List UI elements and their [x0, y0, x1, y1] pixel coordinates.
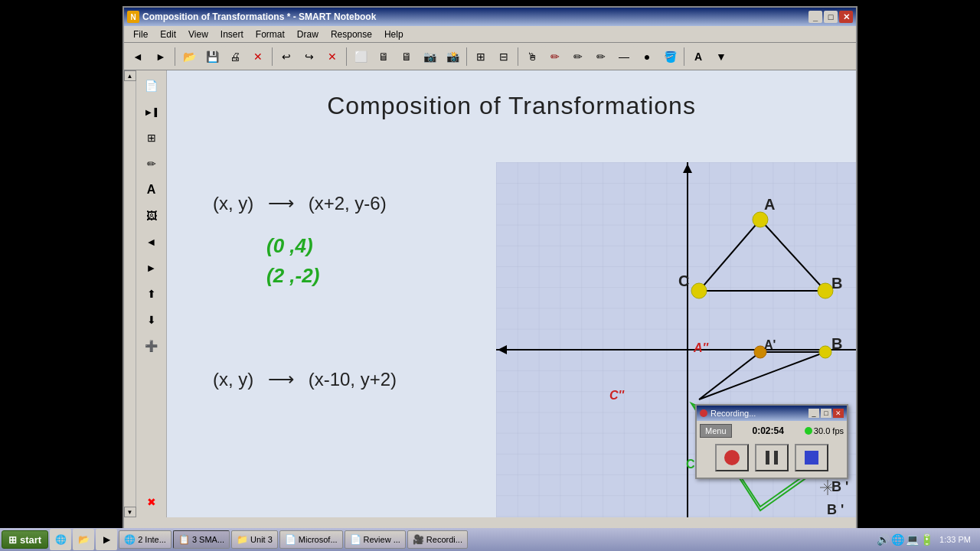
- taskbar-icon-recording: 🎥: [413, 534, 424, 545]
- svg-text:B: B: [831, 275, 842, 292]
- toolbar-separator-2: [272, 47, 273, 66]
- panel-nav-button[interactable]: ▶▐: [139, 99, 164, 124]
- svg-point-14: [819, 346, 831, 358]
- back-button[interactable]: ◄: [127, 46, 149, 67]
- menu-help[interactable]: Help: [378, 28, 410, 41]
- panel-grid-button[interactable]: ⊞: [139, 126, 164, 150]
- page-scroll-down[interactable]: ▼: [124, 507, 136, 517]
- taskbar-sys-icon-3[interactable]: 💻: [906, 533, 919, 546]
- menu-insert[interactable]: Insert: [214, 28, 250, 41]
- formula2-left: (x, y): [213, 369, 253, 390]
- line-button[interactable]: —: [613, 46, 635, 67]
- menu-file[interactable]: File: [127, 28, 154, 41]
- delete-button[interactable]: ✕: [322, 46, 343, 67]
- minimize-button[interactable]: _: [808, 11, 822, 23]
- taskbar-label-recording: Recordi...: [426, 535, 462, 544]
- taskbar-icon-unit3: 📁: [237, 534, 248, 545]
- formula1-left: (x, y): [213, 193, 253, 214]
- text-dropdown-button[interactable]: ▼: [710, 46, 732, 67]
- grid-button[interactable]: ⊟: [493, 46, 514, 67]
- panel-text-button[interactable]: A: [139, 178, 164, 202]
- left-panel: 📄 ▶▐ ⊞ ✏ A 🖼 ◄ ► ⬆ ⬇ ➕ ✖: [136, 70, 167, 517]
- redo-button[interactable]: ↪: [299, 46, 320, 67]
- svg-text:A: A: [764, 196, 775, 213]
- shape-button[interactable]: ●: [636, 46, 658, 67]
- toolbar-separator-3: [346, 47, 347, 66]
- taskbar-sys-icon-1[interactable]: 🔊: [877, 533, 890, 546]
- taskbar-sys-icon-4[interactable]: 🔋: [920, 533, 933, 546]
- open-button[interactable]: 📂: [178, 46, 200, 67]
- text-button[interactable]: A: [688, 46, 709, 67]
- menu-format[interactable]: Format: [250, 28, 291, 41]
- green-coord2: (2 ,-2): [266, 261, 319, 291]
- toolbar: ◄ ► 📂 💾 🖨 ✕ ↩ ↪ ✕ ⬜ 🖥 🖥 📷 📸 ⊞ ⊟ 🖱 ✏ ✏ ✏ …: [124, 43, 856, 70]
- panel-arrow-right[interactable]: ►: [139, 256, 164, 280]
- recording-close-button[interactable]: ✕: [833, 409, 844, 418]
- recording-record-button[interactable]: [715, 444, 749, 471]
- panel-pen-button[interactable]: ✏: [139, 152, 164, 176]
- panel-pages-button[interactable]: 📄: [139, 73, 164, 98]
- taskbar-item-review[interactable]: 📄 Review ...: [345, 530, 406, 549]
- fill-button[interactable]: 🪣: [659, 46, 681, 67]
- table-button[interactable]: ⊞: [470, 46, 492, 67]
- formula1-right: (x+2, y-6): [309, 193, 387, 214]
- taskbar-item-smart[interactable]: 📋 3 SMA...: [173, 530, 230, 549]
- formula2-right: (x-10, y+2): [309, 369, 397, 390]
- taskbar-item-recording[interactable]: 🎥 Recordi...: [407, 530, 468, 549]
- camera-button[interactable]: 📷: [419, 46, 440, 67]
- panel-close-button[interactable]: ✖: [139, 490, 164, 514]
- undo-button[interactable]: ↩: [276, 46, 297, 67]
- taskbar-item-unit3[interactable]: 📁 Unit 3: [231, 530, 278, 549]
- close-doc-button[interactable]: ✕: [247, 46, 269, 67]
- taskbar-icon-microsoft: 📄: [285, 534, 296, 545]
- quicklaunch-media[interactable]: ▶: [96, 529, 117, 550]
- close-button[interactable]: ✕: [839, 11, 853, 23]
- recording-restore-button[interactable]: □: [821, 409, 831, 418]
- panel-prev-page[interactable]: ⬆: [139, 282, 164, 306]
- menu-response[interactable]: Response: [325, 28, 378, 41]
- panel-arrow-left[interactable]: ◄: [139, 230, 164, 254]
- recording-menu-button[interactable]: Menu: [700, 424, 732, 438]
- panel-add-page[interactable]: ➕: [139, 334, 164, 358]
- pen-button[interactable]: ✏: [544, 46, 566, 67]
- recording-body: Menu 0:02:54 30.0 fps: [697, 421, 847, 478]
- save-button[interactable]: 💾: [201, 46, 223, 67]
- taskbar-item-internet[interactable]: 🌐 2 Inte...: [119, 530, 172, 549]
- panel-next-page[interactable]: ⬇: [139, 308, 164, 332]
- svg-point-11: [818, 283, 833, 298]
- formula2: (x, y) ⟶ (x-10, y+2): [213, 369, 397, 390]
- taskbar-label-internet: 2 Inte...: [138, 535, 166, 544]
- recording-pause-button[interactable]: [755, 444, 789, 471]
- panel-gallery-button[interactable]: 🖼: [139, 204, 164, 228]
- recording-dot: [700, 409, 707, 417]
- svg-text:B ': B ': [827, 502, 844, 517]
- capture-button[interactable]: 📸: [442, 46, 463, 67]
- quicklaunch-folder[interactable]: 📂: [73, 529, 94, 550]
- formula1: (x, y) ⟶ (x+2, y-6): [213, 193, 387, 214]
- eraser-button[interactable]: ✏: [567, 46, 589, 67]
- menu-edit[interactable]: Edit: [154, 28, 182, 41]
- forward-button[interactable]: ►: [150, 46, 172, 67]
- pen2-button[interactable]: ✏: [590, 46, 612, 67]
- svg-point-12: [691, 283, 707, 298]
- monitor-button[interactable]: 🖥: [373, 46, 394, 67]
- svg-point-10: [753, 212, 768, 227]
- select-button[interactable]: 🖱: [521, 46, 543, 67]
- page-scroll-up[interactable]: ▲: [124, 70, 136, 81]
- start-label: start: [20, 534, 41, 546]
- screen-button[interactable]: ⬜: [350, 46, 371, 67]
- svg-text:C'': C'': [609, 389, 625, 402]
- start-button[interactable]: ⊞ start: [2, 530, 48, 549]
- taskbar-item-microsoft[interactable]: 📄 Microsof...: [279, 530, 343, 549]
- monitor2-button[interactable]: 🖥: [396, 46, 417, 67]
- notebook-page: Composition of Transformations (x, y) ⟶ …: [167, 70, 856, 517]
- recording-stop-button[interactable]: [795, 444, 828, 471]
- taskbar-sys-icon-2[interactable]: 🌐: [891, 533, 904, 546]
- taskbar-label-unit3: Unit 3: [250, 535, 273, 544]
- recording-minimize-button[interactable]: _: [808, 409, 819, 418]
- print-button[interactable]: 🖨: [224, 46, 246, 67]
- menu-view[interactable]: View: [182, 28, 214, 41]
- menu-draw[interactable]: Draw: [291, 28, 325, 41]
- maximize-button[interactable]: □: [824, 11, 838, 23]
- quicklaunch-browser[interactable]: 🌐: [50, 529, 71, 550]
